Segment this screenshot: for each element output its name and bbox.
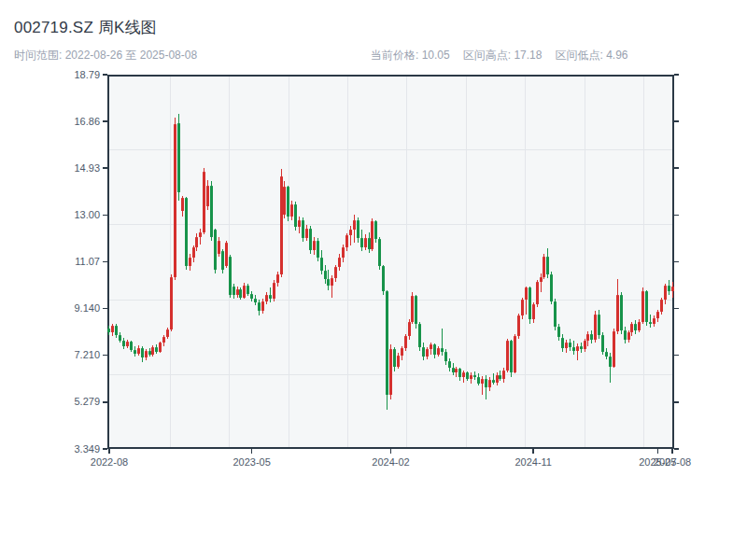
candle-body: [506, 341, 509, 370]
y-axis-tick-label: 18.79: [57, 69, 100, 80]
candle-body: [521, 300, 524, 315]
x-axis-tick-label: 2024-11: [514, 456, 552, 468]
candle-body: [517, 315, 520, 336]
candle-body: [594, 315, 597, 340]
candle-body: [586, 334, 589, 342]
date-range-label: 时间范围: 2022-08-26 至 2025-08-08: [14, 48, 197, 63]
y-axis-tick-label: 11.07: [57, 256, 100, 267]
y-axis-tick-label: 13.00: [57, 209, 100, 220]
candle-body: [107, 329, 110, 332]
y-axis-tick-mark: [103, 261, 107, 263]
candle-body: [206, 186, 209, 206]
candle-body: [353, 220, 356, 230]
candle-body: [590, 334, 593, 340]
y-axis-tick-mark: [674, 167, 679, 169]
candle-body: [580, 346, 583, 350]
candle-body: [364, 238, 367, 247]
candle-body: [189, 258, 191, 266]
y-axis-tick-label: 3.349: [57, 443, 100, 455]
candle-body: [462, 372, 465, 377]
y-axis-tick-mark: [103, 308, 107, 310]
y-axis-tick-mark: [674, 120, 679, 122]
candle-body: [247, 286, 249, 294]
candle-body: [374, 221, 377, 239]
y-axis-tick-mark: [103, 355, 107, 357]
candle-body: [130, 342, 133, 349]
current-price-stat: 当前价格: 10.05: [371, 49, 450, 62]
candle-body: [668, 286, 670, 291]
range-low-value: 4.96: [606, 49, 627, 62]
candle-body: [660, 300, 663, 312]
candle-body: [441, 348, 444, 352]
y-axis-tick-mark: [674, 74, 679, 76]
vertical-gridline: [347, 77, 348, 447]
candle-body: [605, 352, 608, 357]
candle-body: [529, 287, 531, 319]
candle-body: [199, 232, 202, 237]
candle-body: [641, 291, 644, 321]
y-axis-tick-mark: [674, 401, 679, 403]
candle-body: [502, 371, 505, 379]
candle-body: [565, 343, 568, 348]
candle-body: [269, 295, 272, 299]
candle-body: [561, 338, 564, 349]
candle-body: [134, 350, 136, 355]
candle-body: [386, 291, 388, 394]
candle-body: [584, 341, 586, 349]
x-axis-tick-label: 2022-08: [91, 456, 128, 468]
candle-body: [470, 375, 472, 379]
candle-body: [630, 324, 633, 332]
candle-body: [389, 349, 392, 394]
candle-body: [185, 198, 188, 266]
candle-body: [624, 330, 627, 340]
candle-body: [243, 286, 246, 298]
vertical-gridline: [585, 77, 585, 447]
range-low-label: 区间低点:: [555, 49, 602, 62]
x-axis-tick-label: 2025-08: [654, 456, 691, 468]
candle-body: [525, 287, 528, 300]
vertical-gridline: [525, 77, 526, 447]
y-axis-tick-mark: [103, 120, 107, 122]
candle-body: [656, 312, 659, 317]
candle-body: [499, 375, 501, 379]
candle-body: [221, 251, 224, 269]
candle-body: [488, 380, 491, 387]
x-axis-tick-mark: [390, 449, 392, 454]
horizontal-gridline: [109, 224, 672, 225]
candle-body: [536, 282, 539, 305]
x-axis-tick-mark: [657, 449, 659, 454]
candle-body: [338, 258, 341, 267]
candle-body: [554, 301, 557, 327]
y-axis-tick-mark: [103, 401, 107, 403]
candle-body: [166, 329, 169, 337]
candle-body: [214, 230, 217, 270]
candle-body: [393, 349, 396, 366]
candle-body: [598, 315, 600, 335]
candle-body: [174, 124, 176, 277]
vertical-gridline: [643, 77, 644, 447]
candle-body: [162, 337, 165, 343]
candle-body: [452, 368, 455, 372]
current-price-label: 当前价格:: [371, 49, 418, 62]
x-axis-tick-mark: [532, 449, 534, 454]
candle-body: [653, 318, 655, 324]
candle-body: [408, 322, 411, 337]
candle-body: [111, 326, 114, 331]
x-axis-tick-mark: [251, 449, 253, 454]
vertical-gridline: [406, 77, 407, 447]
candle-body: [265, 295, 268, 301]
candle-body: [195, 237, 198, 248]
candle-body: [324, 271, 327, 279]
candle-body: [349, 230, 352, 235]
candle-body: [239, 289, 242, 298]
range-low-stat: 区间低点: 4.96: [555, 49, 627, 62]
range-high-label: 区间高点:: [463, 49, 511, 62]
candle-body: [331, 278, 333, 286]
candle-body: [613, 331, 615, 367]
candle-body: [261, 301, 264, 311]
y-axis-tick-mark: [103, 215, 107, 217]
candle-body: [444, 352, 447, 361]
candle-body: [218, 241, 220, 254]
candle-body: [145, 351, 148, 357]
candle-body: [616, 295, 619, 331]
